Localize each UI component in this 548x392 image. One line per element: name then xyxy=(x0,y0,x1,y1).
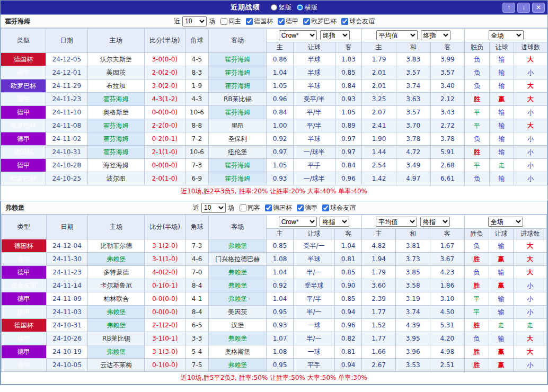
handicap-odds-home: 0.85 xyxy=(267,239,293,253)
goals-result: 大 xyxy=(514,93,547,106)
col-odds-handicap: 让球 xyxy=(293,229,335,239)
handicap-odds-home: 0.95 xyxy=(267,306,293,319)
team-section-freiburg: 弗赖堡 近10场同客德国杯德甲球会友谊 类型 日期 主场 比分(半场) 角球 客… xyxy=(1,201,547,385)
corner-score: 4-6 xyxy=(185,253,208,266)
average-select[interactable]: 平均值 xyxy=(376,30,418,40)
win-lose-result: 胜 xyxy=(464,253,489,266)
bookmaker-mode-select[interactable]: 终指 xyxy=(320,217,349,227)
avg-odds-home: 1.79 xyxy=(362,53,396,66)
same-venue-checkbox[interactable] xyxy=(220,18,227,25)
league-checkbox[interactable] xyxy=(246,18,253,25)
handicap-line: 半球 xyxy=(293,53,335,66)
avg-odds-away: 4.50 xyxy=(430,306,464,319)
handicap-odds-home: 1.05 xyxy=(267,159,294,172)
bookmaker-select[interactable]: Crow* xyxy=(279,30,317,40)
handicap-odds-home: 0.93 xyxy=(267,319,293,332)
league-filter[interactable]: 球会友谊 xyxy=(341,17,375,26)
move-down-button[interactable]: ↓ xyxy=(517,3,530,13)
corner-score: 8-8 xyxy=(185,119,208,132)
match-row: 德甲24-10-28海登海姆0-0(0-0)7-3霍芬海姆1.05平手0.842… xyxy=(1,159,547,172)
match-row: 德甲24-11-23霍芬海姆4-3(1-2)4-3RB莱比锡0.96受平/半0.… xyxy=(1,93,547,106)
avg-odds-draw: 3.81 xyxy=(396,239,430,253)
avg-odds-home: 1.42 xyxy=(362,172,396,185)
home-team: 沃尔夫斯堡 xyxy=(87,53,144,66)
avg-odds-draw: 3.57 xyxy=(396,106,430,119)
match-date: 24-12-05 xyxy=(46,53,87,66)
away-team: 美因茨 xyxy=(209,306,267,319)
match-date: 24-11-08 xyxy=(46,119,87,132)
match-score: 3-1(3-0) xyxy=(145,345,185,359)
average-select[interactable]: 平均值 xyxy=(376,217,417,227)
handicap-line: 半球 xyxy=(293,132,335,146)
match-score: 2-1(1-0) xyxy=(144,146,185,159)
corner-score: 8-4 xyxy=(185,306,208,319)
avg-odds-draw: 4.97 xyxy=(396,172,430,185)
same-venue-filter[interactable]: 同客 xyxy=(240,203,260,212)
same-venue-label: 同客 xyxy=(248,203,260,212)
average-mode-select[interactable]: 终指 xyxy=(420,217,450,227)
avg-odds-draw: 4.72 xyxy=(396,146,430,159)
league-filter[interactable]: 德甲 xyxy=(297,203,317,212)
col-away: 客场 xyxy=(209,29,267,53)
handicap-odds-home: 0.97 xyxy=(267,146,294,159)
handicap-odds-away: 0.90 xyxy=(335,279,361,292)
league-checkbox[interactable] xyxy=(303,18,310,25)
col-odds-handicap: 让球 xyxy=(293,42,335,53)
league-filter[interactable]: 德国杯 xyxy=(246,17,273,26)
avg-odds-draw: 3.70 xyxy=(396,119,430,132)
close-button[interactable]: ✕ xyxy=(532,3,545,13)
average-mode-select[interactable]: 终指 xyxy=(421,30,450,40)
bookmaker-select[interactable]: Crow* xyxy=(279,217,317,227)
home-team: 美因茨 xyxy=(87,66,144,79)
handicap-odds-away: 0.94 xyxy=(335,359,361,372)
goals-result: 小 xyxy=(514,292,547,306)
vertical-radio[interactable] xyxy=(271,4,277,11)
filter-bar: 弗赖堡 近10场同客德国杯德甲球会友谊 xyxy=(1,201,547,215)
bookmaker-mode-select[interactable]: 终指 xyxy=(320,30,350,40)
avg-odds-away: 3.57 xyxy=(430,66,465,79)
handicap-result: 赢 xyxy=(489,279,513,292)
avg-odds-away: 3.10 xyxy=(430,292,464,306)
avg-odds-away: 2.12 xyxy=(430,93,465,106)
win-lose-result: 负 xyxy=(465,79,489,93)
league-checkbox[interactable] xyxy=(341,18,348,25)
scope-select[interactable]: 全场 xyxy=(489,30,524,40)
avg-odds-away: 6.61 xyxy=(430,172,465,185)
win-lose-result: 平 xyxy=(464,306,489,319)
horizontal-radio[interactable] xyxy=(297,4,303,11)
recent-count-select[interactable]: 10 xyxy=(201,203,226,213)
same-venue-checkbox[interactable] xyxy=(240,204,246,211)
same-venue-filter[interactable]: 同主 xyxy=(220,17,241,26)
col-avg-draw: 和 xyxy=(396,42,430,53)
avg-odds-draw: 3.78 xyxy=(396,132,430,146)
league-filter[interactable]: 欧罗巴杯 xyxy=(303,17,337,26)
avg-odds-draw: 3.58 xyxy=(396,279,430,292)
match-score: 0-1(0-1) xyxy=(145,279,185,292)
move-up-button[interactable]: ↑ xyxy=(502,3,515,13)
avg-odds-away: 5.91 xyxy=(430,146,465,159)
avg-odds-home: 3.25 xyxy=(362,93,396,106)
away-team: 弗赖堡 xyxy=(209,292,267,306)
layout-option-horizontal[interactable]: 横版 xyxy=(297,3,317,12)
league-filter[interactable]: 球会友谊 xyxy=(322,203,356,212)
scope-controls: 全场 xyxy=(465,29,547,42)
home-team: 多特蒙德 xyxy=(88,266,145,279)
handicap-odds-home: 0.84 xyxy=(267,106,294,119)
league-checkbox[interactable] xyxy=(297,204,304,211)
layout-option-vertical[interactable]: 竖版 xyxy=(271,3,291,12)
goals-result: 小 xyxy=(514,106,547,119)
corner-score: 6-9 xyxy=(185,172,208,185)
titlebar: 近期战绩 竖版横版 ↑ ↓ ✕ xyxy=(1,1,547,14)
handicap-odds-away: 0.85 xyxy=(335,66,362,79)
recent-count-select[interactable]: 10 xyxy=(182,16,207,26)
goals-result: 大 xyxy=(514,345,547,359)
handicap-result: 输 xyxy=(489,306,513,319)
league-checkbox[interactable] xyxy=(322,204,329,211)
handicap-odds-away: 0.93 xyxy=(335,93,362,106)
match-row: 德甲24-11-03弗赖堡0-0(0-0)8-4美因茨0.95半/一0.941.… xyxy=(2,306,547,319)
league-checkbox[interactable] xyxy=(278,18,285,25)
league-filter[interactable]: 德甲 xyxy=(278,17,298,26)
league-filter[interactable]: 德国杯 xyxy=(265,203,292,212)
league-checkbox[interactable] xyxy=(265,204,272,211)
scope-select[interactable]: 全场 xyxy=(488,217,523,227)
